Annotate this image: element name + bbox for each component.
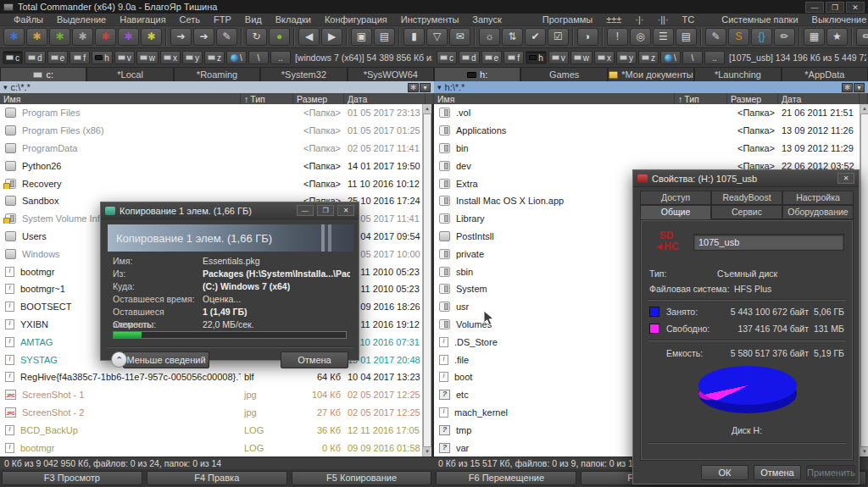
toolbar-button[interactable]: ▶ — [321, 28, 342, 46]
toolbar-button[interactable]: ● — [269, 28, 290, 46]
menu-item[interactable]: Выключение — [805, 14, 868, 25]
drive-button[interactable]: c — [437, 51, 457, 64]
folder-tab[interactable]: *AppData — [782, 67, 868, 81]
folder-tab[interactable]: *Мои документы — [608, 67, 694, 81]
table-row[interactable]: bin <Папка> 13 09 2012 11:29 — [434, 140, 860, 158]
menu-item[interactable]: Навигация — [113, 14, 172, 25]
scrollbar-thumb[interactable] — [423, 113, 431, 447]
column-header-name[interactable]: Имя — [434, 93, 675, 104]
toolbar-button[interactable]: ✔ — [525, 28, 546, 46]
drive-button[interactable]: e — [47, 51, 69, 64]
minimize-button[interactable]: — — [805, 2, 824, 13]
drive-button[interactable]: h — [92, 51, 113, 64]
drive-button[interactable]: v — [548, 51, 569, 64]
table-row[interactable]: RegHive{f4a385c7-1bb6-11e7-957c-005056c0… — [0, 368, 422, 386]
scroll-down-icon[interactable]: ▼ — [860, 447, 868, 457]
table-row[interactable]: BCD_BackUp LOG 36 Кб 12 11 2016 17:05 — [0, 421, 422, 439]
drive-button[interactable]: \ — [660, 51, 681, 64]
minimize-button[interactable]: — — [297, 205, 314, 216]
drive-button[interactable]: \ — [248, 51, 269, 64]
column-header-name[interactable]: Имя — [0, 93, 241, 104]
folder-tab[interactable]: *System32 — [260, 67, 347, 81]
folder-tab[interactable]: *Roaming — [174, 67, 260, 81]
drive-button[interactable]: d — [459, 51, 480, 64]
drive-button[interactable]: y — [182, 51, 203, 64]
drive-button[interactable]: x — [160, 51, 181, 64]
less-details-button[interactable]: Меньше сведений — [123, 351, 209, 368]
column-header-date[interactable]: Дата — [344, 93, 426, 104]
toolbar-button[interactable]: ➔ — [170, 28, 192, 46]
column-header-size[interactable]: Размер — [293, 93, 344, 104]
table-row[interactable]: Program Files <Папка> 01 05 2017 23:13 — [0, 104, 422, 122]
path-fav-button[interactable]: ✻ — [842, 83, 853, 92]
toolbar-button[interactable]: ✎ — [705, 28, 726, 46]
column-header-size[interactable]: Размер — [727, 93, 778, 104]
drive-button[interactable]: w — [570, 51, 593, 64]
toolbar-button[interactable]: ✱ — [26, 28, 47, 46]
drive-button[interactable]: c — [3, 51, 23, 64]
close-button[interactable]: ✕ — [846, 2, 865, 13]
drive-button[interactable]: y — [616, 51, 637, 64]
properties-tab[interactable]: Общие — [640, 205, 711, 219]
scroll-up-icon[interactable]: ▲ — [423, 104, 431, 113]
function-key-button[interactable]: F6 Перемещение — [436, 471, 576, 485]
toolbar-button[interactable] — [474, 28, 476, 46]
table-row[interactable]: ProgramData <Папка> 02 05 2017 11:41 — [0, 140, 422, 158]
properties-tab[interactable]: Сервис — [711, 205, 782, 219]
toolbar-button[interactable]: ▽ — [426, 28, 448, 46]
toolbar-button[interactable] — [700, 28, 702, 46]
toolbar-button[interactable]: {} — [751, 28, 772, 46]
menu-item[interactable]: Сеть — [173, 14, 207, 25]
toolbar-button[interactable]: ☰ — [653, 28, 674, 46]
cancel-button[interactable]: Отмена — [281, 351, 348, 368]
toolbar-button[interactable]: ✱ — [118, 28, 139, 46]
menu-item[interactable]: ТС — [676, 14, 702, 25]
menu-item[interactable]: ±±± — [599, 14, 628, 25]
table-row[interactable]: Python26 <Папка> 14 01 2017 19:50 — [0, 157, 422, 174]
folder-tab[interactable]: c: — [0, 67, 86, 81]
menu-item[interactable]: ·||· — [651, 14, 676, 25]
close-button[interactable]: ✕ — [837, 173, 854, 184]
toolbar-button[interactable]: ☼ — [479, 28, 500, 46]
chevron-up-icon[interactable]: ⌃ — [111, 351, 127, 368]
drive-button[interactable]: w — [136, 51, 159, 64]
properties-tab[interactable]: Оборудование — [782, 205, 854, 219]
toolbar-button[interactable] — [293, 28, 295, 46]
toolbar-button[interactable]: ✱ — [141, 28, 162, 46]
menu-item[interactable]: Вкладки — [269, 14, 318, 25]
toolbar-button[interactable]: ▣ — [351, 28, 372, 46]
drive-button[interactable]: \ — [226, 51, 247, 64]
toolbar-button[interactable]: ✱ — [49, 28, 70, 46]
table-row[interactable]: Recovery <Папка> 11 10 2016 10:12 — [0, 174, 422, 192]
toolbar-button[interactable]: ☑ — [548, 28, 569, 46]
toolbar-button[interactable]: ★ — [826, 28, 848, 46]
toolbar-button[interactable] — [241, 28, 242, 46]
path-dropdown-icon[interactable]: ▾ — [3, 83, 8, 91]
close-button[interactable]: ✕ — [337, 205, 354, 216]
toolbar-button[interactable] — [572, 28, 574, 46]
toolbar-button[interactable] — [346, 28, 348, 46]
folder-tab[interactable]: Games — [520, 67, 607, 81]
folder-tab[interactable]: *Launching — [694, 67, 781, 81]
table-row[interactable]: .vol <Папка> 21 06 2011 21:51 — [434, 104, 860, 122]
scroll-down-icon[interactable]: ▼ — [423, 447, 431, 457]
folder-tab[interactable]: *SysWOW64 — [348, 67, 434, 81]
table-row[interactable]: ScreenShot - 1 jpg 104 Кб 02 05 2017 12:… — [0, 386, 422, 404]
menu-item[interactable]: Вид — [238, 14, 269, 25]
table-row[interactable]: ScreenShot - 2 jpg 27 Кб 02 05 2017 12:2… — [0, 404, 422, 422]
menu-item[interactable]: Файлы — [7, 14, 50, 25]
column-header-date[interactable]: Дата — [778, 93, 860, 104]
toolbar-button[interactable]: ⇅ — [502, 28, 523, 46]
toolbar-button[interactable]: ◗ — [577, 28, 598, 46]
function-key-button[interactable]: F4 Правка — [147, 471, 287, 485]
toolbar-button[interactable]: ✏ — [774, 28, 795, 46]
drive-button[interactable]: .. — [704, 51, 725, 64]
table-row[interactable]: Applications <Папка> 13 09 2012 11:26 — [434, 122, 860, 140]
toolbar-button[interactable]: ✱ — [3, 28, 25, 46]
table-row[interactable]: bootmgr LOG 0 Кб 09 09 2016 01:58 — [0, 439, 422, 457]
toolbar-button[interactable] — [798, 28, 800, 46]
path-dropdown-icon[interactable]: ▾ — [437, 83, 442, 91]
scrollbar-thumb[interactable] — [860, 113, 868, 447]
path-fav-button[interactable]: ✻ — [408, 83, 419, 92]
properties-tab[interactable]: ReadyBoost — [711, 191, 782, 205]
